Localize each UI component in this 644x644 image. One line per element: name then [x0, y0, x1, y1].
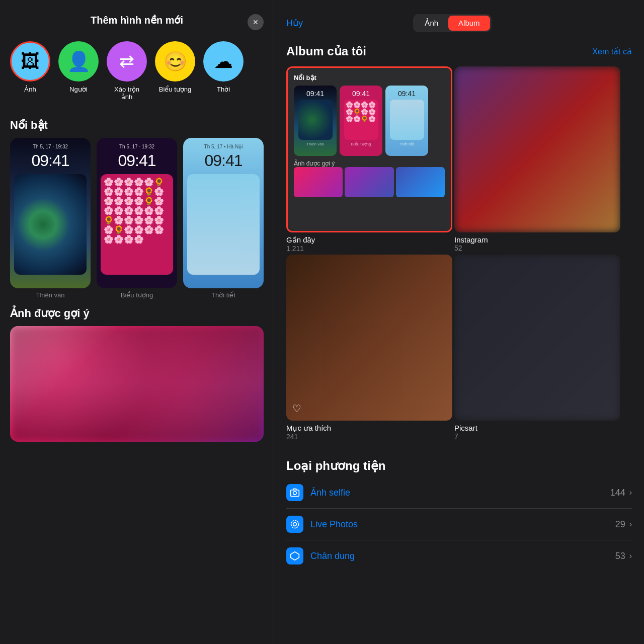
bieu-tuong-date: Th 5, 17 · 19:32: [119, 144, 154, 149]
svg-point-1: [293, 492, 297, 495]
chandung-count: 53: [615, 551, 625, 561]
media-item-live[interactable]: Live Photos 29 ›: [286, 509, 632, 540]
close-button[interactable]: ✕: [248, 14, 264, 30]
mini-phone-flowers: 09:41 🌸🌸🌸🌸🌸🌻🌸🌸🌸🌸🌻🌸 Biểu tượng: [340, 86, 382, 156]
album-picsart[interactable]: Picsart 7: [454, 255, 620, 441]
tab-album[interactable]: Album: [448, 16, 490, 31]
left-panel: Thêm hình nền mới ✕ 🖼 Ảnh 👤 Người ⇄ Xáo …: [0, 0, 274, 644]
weather-visual: [187, 174, 260, 275]
album-grid: Nổi bật 09:41 Thiên văn 09:41 🌸🌸🌸🌸🌸🌻🌸🌸🌸🌸…: [274, 66, 644, 451]
svg-point-3: [291, 521, 299, 528]
live-label: Live Photos: [310, 519, 615, 530]
category-nguoi[interactable]: 👤 Người: [58, 41, 99, 101]
album-gan-day[interactable]: Nổi bật 09:41 Thiên văn 09:41 🌸🌸🌸🌸🌸🌻🌸🌸🌸🌸…: [286, 66, 452, 253]
left-header: Thêm hình nền mới ✕: [0, 0, 274, 36]
nguoi-label: Người: [69, 86, 88, 93]
anh-icon-circle: 🖼: [10, 41, 50, 82]
chandung-label: Chân dung: [310, 551, 615, 561]
category-bieu-tuong[interactable]: 😊 Biểu tượng: [155, 41, 195, 101]
chandung-icon: [286, 547, 303, 565]
thoi-tiet-time: 09:41: [204, 151, 242, 170]
mini-time-flowers: 09:41: [340, 90, 382, 98]
category-thoi[interactable]: ☁ Thời: [203, 41, 244, 101]
selfie-label: Ảnh selfie: [310, 487, 610, 498]
media-item-selfie[interactable]: Ảnh selfie 144 ›: [286, 477, 632, 509]
suggested-row: [294, 167, 445, 197]
category-icons-row: 🖼 Ảnh 👤 Người ⇄ Xáo trộnảnh 😊 Biểu tượng: [0, 36, 274, 111]
thoi-label: Thời: [217, 86, 230, 93]
right-header: Hủy Ảnh Album: [274, 0, 644, 40]
picsart-visual: [454, 255, 620, 421]
featured-thumb-content: Nổi bật 09:41 Thiên văn 09:41 🌸🌸🌸🌸🌸🌻🌸🌸🌸🌸…: [288, 68, 451, 231]
thien-van-time: 09:41: [31, 151, 69, 170]
svg-point-2: [293, 523, 297, 526]
cancel-button[interactable]: Hủy: [286, 18, 303, 29]
wallpaper-bieu-tuong[interactable]: Th 5, 17 · 19:32 09:41 🌸🌸🌸🌸🌸🌻🌸🌸🌸🌸🌻🌸🌸🌸🌸🌸🌻…: [97, 138, 177, 299]
favorites-visual: ♡: [286, 255, 452, 421]
see-all-button[interactable]: Xem tất cả: [592, 47, 632, 56]
anh-label: Ảnh: [24, 86, 36, 93]
close-icon: ✕: [253, 18, 259, 26]
chandung-chevron: ›: [629, 551, 632, 560]
album-thumb-yeu-thich: ♡: [286, 255, 452, 421]
svg-marker-4: [291, 552, 299, 560]
mini-phone-earth: 09:41 Thiên văn: [294, 86, 337, 156]
tab-group: Ảnh Album: [413, 14, 491, 32]
featured-thumb-label: Nổi bật: [294, 74, 445, 82]
thien-van-label: Thiên văn: [10, 291, 91, 299]
album-name-yeu-thich: Mục ưa thích: [286, 424, 452, 433]
category-anh[interactable]: 🖼 Ảnh: [10, 41, 50, 101]
wallpaper-grid: Th 5, 17 · 19:32 09:41 Thiên văn Th 5, 1…: [0, 138, 274, 307]
flowers-visual: 🌸🌸🌸🌸🌸🌻🌸🌸🌸🌸🌻🌸🌸🌸🌸🌸🌻🌸🌸🌸🌸🌸🌸🌸🌻🌸🌸🌸🌸🌸🌸🌻🌸🌸🌸🌸🌸🌸🌸🌸: [101, 174, 173, 275]
cloud-icon: ☁: [214, 50, 233, 72]
emoji-icon: 😊: [164, 50, 187, 72]
live-count: 29: [615, 519, 625, 530]
thien-van-date: Th 5, 17 · 19:32: [33, 144, 68, 149]
mini-phones-row: 09:41 Thiên văn 09:41 🌸🌸🌸🌸🌸🌻🌸🌸🌸🌸🌻🌸 Biểu …: [294, 86, 445, 156]
suggested-thumb-3: [396, 167, 445, 197]
selfie-icon: [286, 484, 303, 501]
category-xao-tron[interactable]: ⇄ Xáo trộnảnh: [107, 41, 147, 101]
suggested-thumb-2: [345, 167, 393, 197]
mini-time-weather: 09:41: [385, 90, 428, 98]
nguoi-icon: 👤: [67, 50, 91, 72]
album-thumb-instagram: [454, 66, 620, 232]
album-yeu-thich[interactable]: ♡ Mục ưa thích 241: [286, 255, 452, 441]
bieu-tuong-icon-circle: 😊: [155, 41, 195, 82]
suggested-section: Ảnh được gợi ý: [0, 307, 274, 442]
bieu-tuong-wp-label: Biểu tượng: [97, 291, 177, 299]
media-item-chandung[interactable]: Chân dung 53 ›: [286, 540, 632, 572]
suggested-row-label: Ảnh được gợi ý: [294, 160, 445, 167]
suggested-image[interactable]: [10, 326, 264, 442]
heart-icon: ♡: [292, 403, 301, 415]
mini-phone-weather: 09:41 Thời tiết: [385, 86, 428, 156]
shuffle-icon: ⇄: [119, 51, 134, 72]
suggested-image-inner: [10, 326, 264, 442]
mini-time-earth: 09:41: [294, 90, 337, 98]
earth-visual: [14, 174, 87, 275]
selfie-chevron: ›: [629, 488, 632, 497]
album-name-picsart: Picsart: [454, 424, 620, 432]
wallpaper-thoi-tiet[interactable]: Th 5, 17 • Hà Nội 09:41 Thời tiết: [183, 138, 264, 299]
xao-tron-icon-circle: ⇄: [107, 41, 147, 82]
wallpaper-thien-van[interactable]: Th 5, 17 · 19:32 09:41 Thiên văn: [10, 138, 91, 299]
featured-section-title: Nổi bật: [0, 111, 274, 138]
nguoi-icon-circle: 👤: [58, 41, 99, 82]
anh-icon: 🖼: [21, 51, 40, 72]
mini-label-weather: Thời tiết: [385, 142, 428, 146]
bieu-tuong-time: 09:41: [118, 151, 155, 170]
instagram-visual: [454, 66, 620, 232]
left-panel-title: Thêm hình nền mới: [91, 14, 183, 26]
album-thumb-picsart: [454, 255, 620, 421]
live-chevron: ›: [629, 520, 632, 529]
album-section-title: Album của tôi: [286, 44, 366, 58]
album-thumb-gan-day: Nổi bật 09:41 Thiên văn 09:41 🌸🌸🌸🌸🌸🌻🌸🌸🌸🌸…: [286, 66, 452, 232]
album-count-yeu-thich: 241: [286, 433, 452, 441]
media-section-title: Loại phương tiện: [286, 459, 632, 473]
selfie-count: 144: [610, 488, 625, 498]
tab-anh[interactable]: Ảnh: [415, 16, 448, 31]
album-count-instagram: 52: [454, 244, 620, 252]
album-name-instagram: Instagram: [454, 235, 620, 244]
album-instagram[interactable]: Instagram 52: [454, 66, 620, 253]
bieu-tuong-label: Biểu tượng: [159, 86, 191, 93]
